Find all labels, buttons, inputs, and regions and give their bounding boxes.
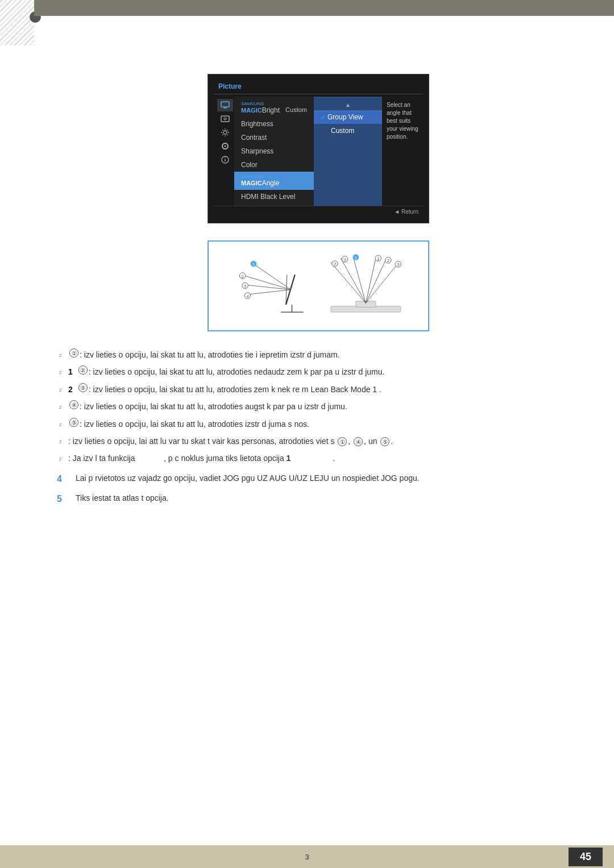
step-4-number: 4 (57, 472, 71, 487)
bullet-item-1: ① : izv lieties o opciju, lai skat tu at… (57, 348, 580, 361)
bullet-item-7: : Ja izv l ta funkcija , p c noklus juma… (57, 452, 580, 464)
angle-diagram-svg: 1 2 3 4 2 (214, 247, 422, 325)
bullet-text-7: : Ja izv l ta funkcija , p c noklus juma… (68, 452, 335, 464)
step-5-number: 5 (57, 492, 71, 506)
diagram-container: 1 2 3 4 2 (45, 240, 591, 331)
bullet-item-6: : izv lieties o opciju, lai att lu var t… (57, 435, 580, 447)
circle-4: ④ (69, 400, 78, 409)
svg-point-9 (225, 157, 226, 159)
page-number-center: 3 (305, 853, 309, 861)
osd-icon-picture[interactable] (217, 99, 233, 111)
osd-menu-sharpness[interactable]: Sharpness (234, 144, 314, 158)
svg-line-29 (341, 258, 366, 303)
bullet-item-2: 1 ② : izv lieties o opciju, lai skat tu … (57, 366, 580, 378)
svg-rect-0 (221, 102, 229, 107)
svg-text:1: 1 (355, 255, 357, 260)
osd-menu-magicbright[interactable]: SAMSUNG MAGICBright Custom (234, 99, 314, 117)
svg-text:1: 1 (252, 261, 255, 267)
inline-circle-4: ④ (354, 437, 363, 446)
osd-menu: SAMSUNG MAGICBright Custom Brightness Co… (234, 97, 314, 206)
svg-line-31 (366, 258, 376, 303)
osd-submenu-custom-label: Custom (331, 127, 354, 135)
text-content: ① : izv lieties o opciju, lai skat tu at… (45, 348, 591, 506)
osd-sidebar-text: Select an angle that best suits your vie… (382, 97, 423, 206)
osd-header: Picture (214, 80, 423, 94)
osd-menu-magicangle[interactable]: SAMSUNG MAGICAngle (234, 172, 314, 190)
step-5: 5 Tiks iestat ta atlas t opcija. (57, 492, 580, 506)
bullet-item-4: ④ : izv lieties o opciju, lai skat tu at… (57, 400, 580, 413)
osd-submenu: ▲ ✓ Group View Custom (314, 97, 382, 206)
step-4-text: Lai p rvietotos uz vajadz go opciju, vad… (76, 472, 580, 485)
svg-line-17 (246, 290, 291, 295)
svg-rect-3 (221, 116, 229, 122)
inline-circle-5: ⑤ (380, 437, 389, 446)
svg-line-16 (243, 285, 291, 290)
svg-text:2: 2 (334, 261, 336, 267)
svg-line-28 (331, 262, 366, 303)
bullet-text-1: : izv lieties o opciju, lai skat tu att … (80, 348, 340, 361)
svg-line-14 (251, 262, 291, 289)
bullet-text-6: : izv lieties o opciju, lai att lu var t… (68, 435, 393, 447)
osd-submenu-groupview[interactable]: ✓ Group View (314, 110, 382, 124)
svg-line-32 (366, 260, 385, 303)
bullet-text-2: : izv lieties o opciju, lai skat tu att … (89, 366, 385, 378)
osd-icon-info[interactable] (217, 153, 233, 166)
bold-1-inline: 1 (287, 454, 291, 463)
osd-container: Picture (45, 74, 591, 223)
circle-2: ② (78, 366, 88, 375)
page-footer: 3 45 (0, 845, 614, 868)
svg-line-30 (353, 258, 366, 304)
osd-menu-contrast[interactable]: Contrast (234, 131, 314, 144)
bold-2: 2 (68, 383, 73, 396)
bullet-text-5: : izv lieties o opciju, lai skat tu att … (80, 418, 309, 430)
svg-text:1: 1 (377, 256, 379, 261)
svg-point-5 (223, 131, 227, 134)
step-5-text: Tiks iestat ta atlas t opcija. (76, 492, 580, 505)
bullet-item-3: 2 ③ : izv lieties o opciju, lai skat tu … (57, 383, 580, 396)
svg-text:3: 3 (244, 284, 247, 289)
svg-text:2: 2 (241, 274, 243, 279)
osd-icon-settings[interactable] (217, 126, 233, 139)
svg-point-6 (225, 146, 226, 147)
osd-icon-gear[interactable] (217, 140, 233, 152)
osd-screen: Picture (208, 74, 429, 223)
page-number-right: 45 (569, 848, 603, 866)
main-content: Picture (45, 28, 591, 512)
osd-menu-brightness[interactable]: Brightness (234, 117, 314, 131)
osd-submenu-groupview-label: Group View (327, 113, 363, 121)
inline-circle-1: ① (338, 437, 347, 446)
svg-text:3: 3 (343, 258, 346, 263)
osd-return[interactable]: ◄ Return (214, 206, 423, 217)
svg-point-4 (224, 118, 226, 120)
svg-text:3: 3 (397, 262, 400, 267)
svg-line-15 (241, 275, 291, 289)
bullet-text-3: : izv lieties o opciju, lai skat tu att … (89, 383, 381, 396)
circle-3: ③ (78, 383, 88, 392)
top-bar (34, 0, 614, 16)
bullet-text-4: : izv lieties o opciju, lai skat tu att … (80, 400, 347, 413)
circle-1: ① (69, 348, 78, 358)
osd-menu-color[interactable]: Color (234, 158, 314, 172)
osd-icons-column (214, 97, 234, 206)
osd-icon-eye[interactable] (217, 113, 233, 125)
osd-submenu-custom[interactable]: Custom (314, 124, 382, 138)
step-4: 4 Lai p rvietotos uz vajadz go opciju, v… (57, 472, 580, 487)
diagram-box: 1 2 3 4 2 (208, 240, 429, 331)
svg-text:2: 2 (387, 258, 389, 263)
circle-5: ⑤ (69, 418, 78, 427)
osd-menu-hdmi-black[interactable]: HDMI Black Level (234, 190, 314, 203)
left-decoration (0, 0, 34, 45)
bold-1: 1 (68, 366, 73, 378)
svg-text:4: 4 (246, 294, 249, 299)
bullet-item-5: ⑤ : izv lieties o opciju, lai skat tu at… (57, 418, 580, 430)
svg-line-33 (366, 263, 398, 303)
